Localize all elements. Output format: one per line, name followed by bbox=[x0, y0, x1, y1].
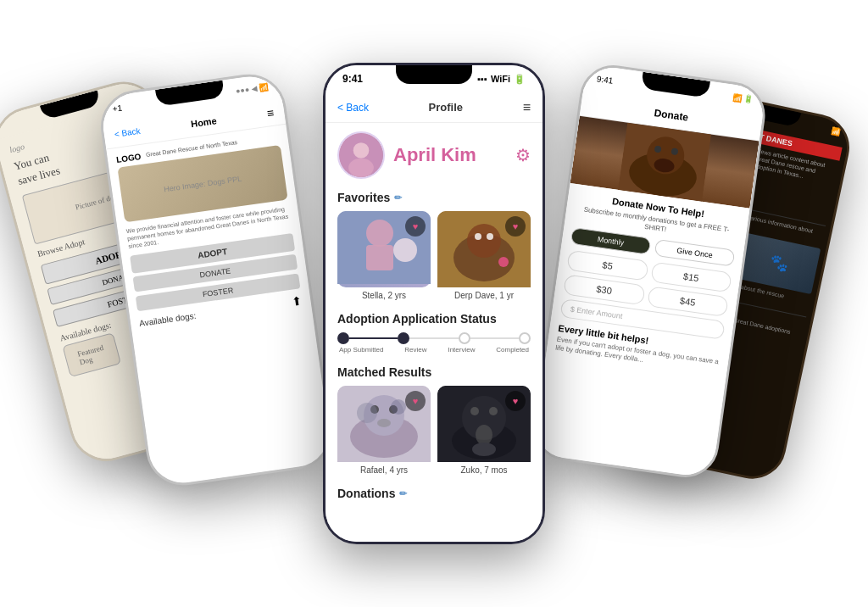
step-review-label: Review bbox=[404, 346, 426, 354]
svg-point-12 bbox=[498, 257, 509, 267]
svg-point-24 bbox=[470, 407, 479, 415]
status-labels: App Submitted Review Interview Completed bbox=[337, 346, 531, 354]
center-nav-bar: < Back Profile ≡ bbox=[326, 92, 542, 123]
center-menu-btn[interactable]: ≡ bbox=[523, 100, 531, 115]
svg-point-9 bbox=[467, 224, 501, 258]
svg-point-18 bbox=[377, 419, 391, 427]
left2-menu[interactable]: ≡ bbox=[266, 105, 275, 120]
signal-icon: ▪▪▪ bbox=[477, 74, 487, 84]
left2-status-time: +1 bbox=[112, 103, 123, 113]
svg-point-11 bbox=[487, 233, 493, 240]
matched-grid: ♥ Rafael, 4 yrs bbox=[337, 386, 531, 475]
donations-title: Donations ✏ bbox=[337, 487, 531, 500]
step-submitted-dot bbox=[337, 332, 349, 344]
step-line-3 bbox=[470, 337, 519, 339]
center-back-btn[interactable]: < Back bbox=[337, 102, 369, 114]
stella-name: Stella, 2 yrs bbox=[337, 291, 431, 300]
adoption-status-title: Adoption Application Status bbox=[337, 312, 531, 326]
svg-point-10 bbox=[475, 233, 481, 240]
matched-results-title: Matched Results bbox=[337, 365, 531, 379]
svg-point-2 bbox=[348, 159, 374, 177]
step-submitted-label: App Submitted bbox=[339, 346, 383, 354]
stella-heart-btn[interactable]: ♥ bbox=[405, 216, 426, 237]
center-nav-title: Profile bbox=[429, 101, 463, 114]
donations-section: Donations ✏ bbox=[337, 487, 531, 500]
step-line-1 bbox=[349, 337, 398, 339]
right2-icons: 📶 bbox=[831, 126, 842, 136]
profile-avatar[interactable] bbox=[337, 131, 385, 179]
profile-header: April Kim ⚙ bbox=[337, 131, 531, 179]
center-time: 9:41 bbox=[342, 73, 363, 85]
left2-logo: LOGO bbox=[115, 152, 142, 164]
rafael-heart-btn[interactable]: ♥ bbox=[405, 391, 426, 411]
left2-back[interactable]: < Back bbox=[114, 126, 141, 139]
settings-icon[interactable]: ⚙ bbox=[515, 145, 531, 165]
profile-name: April Kim bbox=[393, 144, 476, 166]
zuko-heart-btn[interactable]: ♥ bbox=[505, 391, 526, 411]
left2-available: Available dogs: bbox=[139, 311, 198, 328]
phone-center: 9:41 ▪▪▪ WiFi 🔋 < Back Profile ≡ bbox=[323, 63, 545, 544]
dog-card-zuko[interactable]: ♥ Zuko, 7 mos bbox=[437, 386, 531, 475]
profile-content: April Kim ⚙ Favorites ✏ bbox=[326, 123, 542, 542]
step-interview-dot bbox=[459, 332, 470, 344]
svg-rect-5 bbox=[366, 245, 393, 270]
left2-upload-icon: ⬆ bbox=[291, 293, 303, 309]
dog-card-stella[interactable]: ♥ Stella, 2 yrs bbox=[337, 211, 431, 300]
rafael-name: Rafael, 4 yrs bbox=[337, 465, 431, 475]
derpDave-heart-btn[interactable]: ♥ bbox=[505, 216, 526, 237]
step-completed-label: Completed bbox=[496, 346, 529, 354]
favorites-title: Favorites ✏ bbox=[337, 191, 531, 204]
derpDave-name: Derp Dave, 1 yr bbox=[437, 291, 531, 300]
svg-point-25 bbox=[489, 407, 498, 415]
step-interview-label: Interview bbox=[448, 346, 475, 354]
dog-card-rafael[interactable]: ♥ Rafael, 4 yrs bbox=[337, 386, 431, 475]
donations-edit-icon[interactable]: ✏ bbox=[399, 488, 407, 499]
step-completed-dot bbox=[519, 332, 531, 344]
dog-card-derpDave[interactable]: ♥ Derp Dave, 1 yr bbox=[437, 211, 531, 300]
svg-point-26 bbox=[476, 425, 492, 445]
matched-results-section: Matched Results bbox=[337, 365, 531, 475]
step-line-2 bbox=[409, 337, 458, 339]
wifi-icon: WiFi bbox=[491, 74, 510, 84]
right1-nav-title: Donate bbox=[654, 107, 689, 124]
step-review-dot bbox=[398, 332, 409, 344]
svg-point-4 bbox=[366, 220, 393, 247]
left2-nav-title: Home bbox=[190, 115, 217, 129]
favorites-edit-icon[interactable]: ✏ bbox=[394, 192, 402, 203]
favorites-grid: ♥ Stella, 2 yrs bbox=[337, 211, 531, 300]
svg-point-20 bbox=[391, 399, 406, 415]
adoption-status-section: Adoption Application Status App Submitte… bbox=[337, 312, 531, 354]
favorites-section: Favorites ✏ bbox=[337, 191, 531, 300]
scene: logo You cansave lives Picture of dog Br… bbox=[0, 0, 868, 607]
battery-icon: 🔋 bbox=[514, 74, 526, 85]
svg-point-19 bbox=[357, 403, 377, 423]
right1-time: 9:41 bbox=[596, 74, 614, 86]
zuko-name: Zuko, 7 mos bbox=[437, 465, 531, 475]
svg-point-27 bbox=[472, 443, 496, 456]
svg-point-6 bbox=[393, 238, 417, 262]
svg-point-1 bbox=[353, 142, 370, 159]
